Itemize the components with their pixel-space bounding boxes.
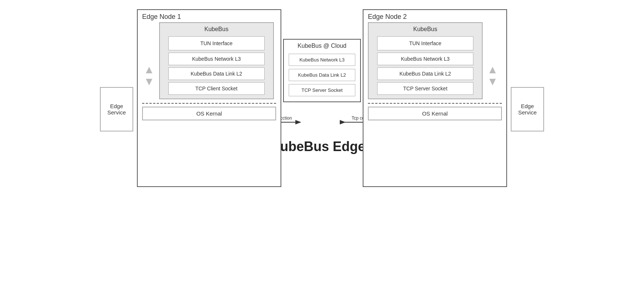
kubebus-box-2: KubeBus TUN Interface KubeBus Network L3… (368, 22, 483, 99)
edge-node-2: Edge Node 2 KubeBus TUN Interface KubeBu… (363, 9, 507, 187)
dashed-line-1 (142, 103, 276, 104)
cloud-box: KubeBus @ Cloud KubeBus Network L3 KubeB… (283, 39, 361, 102)
data-link-l2-2: KubeBus Data Link L2 (377, 67, 473, 80)
edge-node-1: Edge Node 1 ▲ ▼ KubeBus TUN Interface (137, 9, 281, 187)
kubebus-title-1: KubeBus (204, 26, 228, 33)
diagram-panels: Edge Service Edge Node 1 ▲ ▼ KubeBus (93, 0, 551, 187)
edge-service-left: Edge Service (100, 87, 133, 131)
panel-right: Edge Node 2 KubeBus TUN Interface KubeBu… (363, 9, 544, 187)
kubebus-box-1: KubeBus TUN Interface KubeBus Network L3… (159, 22, 274, 99)
edge-service-right-label: Edge Service (518, 103, 537, 116)
edge-service-left-label: Edge Service (107, 103, 126, 116)
tun-interface-1: TUN Interface (168, 36, 265, 50)
dashed-line-2 (368, 103, 502, 104)
cloud-network-l3: KubeBus Network L3 (289, 54, 355, 66)
edge-node-2-title: Edge Node 2 (363, 10, 506, 22)
tun-interface-2: TUN Interface (377, 36, 473, 50)
os-kernel-2: OS Kernal (368, 107, 502, 120)
cloud-data-link-l2: KubeBus Data Link L2 (289, 69, 355, 81)
left-double-arrow: ▲ ▼ (142, 64, 156, 87)
cloud-title: KubeBus @ Cloud (298, 43, 346, 49)
right-double-arrow: ▲ ▼ (486, 64, 500, 87)
network-l3-1: KubeBus Network L3 (168, 53, 265, 65)
kubebus-title-2: KubeBus (413, 26, 437, 33)
cloud-tcp-server: TCP Server Socket (289, 84, 355, 96)
panel-left: Edge Service Edge Node 1 ▲ ▼ KubeBus (100, 9, 281, 187)
edge-node-1-title: Edge Node 1 (138, 10, 281, 22)
edge-service-right: Edge Service (511, 87, 544, 131)
middle-section: KubeBus @ Cloud KubeBus Network L3 KubeB… (281, 9, 363, 102)
os-kernel-1: OS Kernal (142, 107, 276, 120)
network-l3-2: KubeBus Network L3 (377, 53, 473, 65)
tcp-server-socket-2: TCP Server Socket (377, 82, 473, 95)
tcp-client-socket-1: TCP Client Socket (168, 82, 265, 95)
data-link-l2-1: KubeBus Data Link L2 (168, 67, 265, 80)
